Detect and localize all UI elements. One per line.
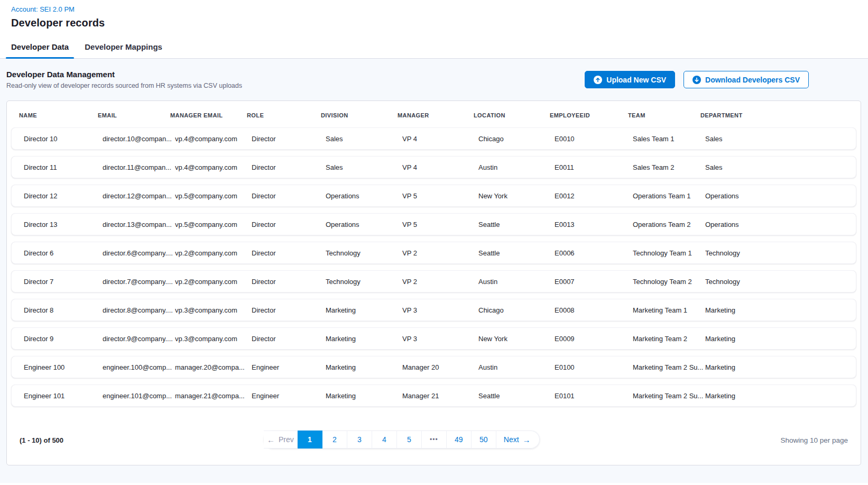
- cell-role: Director: [252, 335, 326, 343]
- column-header: ROLE: [247, 112, 321, 118]
- cell-manager-email: vp.2@company.com: [175, 249, 252, 257]
- pagination-button[interactable]: ← ••• →: [422, 431, 447, 449]
- cell-department: Marketing: [705, 335, 856, 343]
- cell-team: Marketing Team 2 Su...: [633, 363, 705, 371]
- header-buttons: Upload New CSV Download Developers CSV: [585, 71, 809, 88]
- pagination-button[interactable]: ← 49 →: [447, 431, 472, 449]
- download-developers-csv-button[interactable]: Download Developers CSV: [684, 71, 809, 88]
- cell-email: director.8@company....: [103, 306, 175, 314]
- pagination-button[interactable]: ← 4 →: [372, 431, 397, 449]
- pagination-button[interactable]: ← 50 →: [472, 431, 496, 449]
- pagination: ← Prev → ← 1 → ← 2 → ← 3 →: [264, 431, 540, 449]
- cell-location: Chicago: [478, 135, 555, 143]
- arrow-left-icon: ←: [267, 436, 275, 444]
- pagination-button-label: 49: [455, 435, 463, 444]
- table-row: Director 13 director.13@compan... vp.5@c…: [11, 213, 856, 235]
- pagination-button[interactable]: ← 2 →: [322, 431, 347, 449]
- arrow-right-icon: →: [523, 436, 531, 444]
- pagination-button-label: •••: [430, 436, 438, 443]
- cell-manager: VP 5: [402, 192, 478, 200]
- upload-button-label: Upload New CSV: [606, 76, 666, 84]
- section-header: Developer Data Management Read-only view…: [0, 70, 868, 89]
- cell-manager-email: vp.4@company.com: [175, 135, 252, 143]
- cell-email: director.12@compan...: [103, 192, 175, 200]
- column-header: EMPLOYEEID: [550, 112, 628, 118]
- cell-manager: VP 5: [402, 221, 478, 228]
- cell-location: New York: [478, 335, 555, 343]
- cell-name: Director 9: [24, 335, 103, 343]
- cell-employee-id: E0006: [555, 249, 633, 257]
- cell-employee-id: E0100: [555, 363, 633, 371]
- pagination-button[interactable]: ← 3 →: [347, 431, 372, 449]
- table-row: Director 11 director.11@compan... vp.4@c…: [11, 156, 856, 178]
- cell-manager: VP 3: [402, 306, 478, 314]
- cell-team: Marketing Team 2: [633, 335, 705, 343]
- cell-team: Marketing Team 1: [633, 306, 705, 314]
- pagination-button-label: Next: [504, 435, 519, 444]
- tab[interactable]: Developer Mappings: [79, 37, 168, 58]
- table-row: Engineer 101 engineer.101@comp... manage…: [11, 385, 856, 407]
- cell-location: Austin: [478, 163, 555, 171]
- section-header-text: Developer Data Management Read-only view…: [6, 70, 242, 89]
- cell-name: Director 6: [24, 249, 103, 257]
- table-footer: (1 - 10) of 500 ← Prev → ← 1 → ← 2 →: [7, 415, 861, 465]
- cell-email: director.7@company....: [103, 278, 175, 286]
- cell-employee-id: E0010: [555, 135, 633, 143]
- cell-role: Engineer: [252, 363, 326, 371]
- cell-department: Marketing: [705, 306, 856, 314]
- pagination-button-label: Prev: [279, 435, 294, 444]
- column-header: DEPARTMENT: [700, 112, 861, 118]
- content-section: Developer Data Management Read-only view…: [0, 59, 868, 483]
- cell-manager-email: vp.5@company.com: [175, 221, 252, 228]
- cell-team: Marketing Team 2 Su...: [633, 392, 705, 400]
- table-header-row: NAMEEMAILMANAGER EMAILROLEDIVISIONMANAGE…: [7, 101, 861, 126]
- account-breadcrumb-link[interactable]: Account: SEI 2.0 PM: [11, 5, 857, 13]
- download-button-label: Download Developers CSV: [705, 76, 800, 84]
- cell-manager: Manager 20: [402, 363, 478, 371]
- cell-employee-id: E0011: [555, 163, 633, 171]
- cell-employee-id: E0101: [555, 392, 633, 400]
- upload-new-csv-button[interactable]: Upload New CSV: [585, 71, 675, 88]
- pagination-button-label: 1: [308, 435, 312, 444]
- table-row: Engineer 100 engineer.100@comp... manage…: [11, 356, 856, 378]
- cell-department: Marketing: [705, 363, 856, 371]
- pagination-button[interactable]: ← Prev →: [264, 431, 298, 449]
- cell-manager: VP 4: [402, 135, 478, 143]
- cell-division: Sales: [326, 163, 402, 171]
- cell-manager-email: manager.20@compa...: [175, 363, 252, 371]
- cell-email: director.13@compan...: [103, 221, 175, 228]
- cell-division: Operations: [326, 221, 402, 228]
- cell-team: Sales Team 2: [633, 163, 705, 171]
- cell-email: engineer.101@comp...: [103, 392, 175, 400]
- pagination-button[interactable]: ← 1 →: [298, 431, 322, 449]
- cell-employee-id: E0009: [555, 335, 633, 343]
- cell-email: director.10@compan...: [103, 135, 175, 143]
- cell-location: Seattle: [478, 392, 555, 400]
- pagination-button-label: 50: [479, 435, 488, 444]
- column-header: TEAM: [628, 112, 700, 118]
- cell-manager-email: vp.2@company.com: [175, 278, 252, 286]
- cell-employee-id: E0007: [555, 278, 633, 286]
- column-header: MANAGER EMAIL: [170, 112, 247, 118]
- cell-location: New York: [478, 192, 555, 200]
- table-row: Director 12 director.12@compan... vp.5@c…: [11, 185, 856, 207]
- cell-department: Operations: [705, 192, 856, 200]
- cell-manager: VP 2: [402, 278, 478, 286]
- cell-location: Austin: [478, 363, 555, 371]
- record-range-text: (1 - 10) of 500: [20, 436, 63, 444]
- pagination-button[interactable]: ← Next →: [496, 431, 540, 449]
- table-row: Director 8 director.8@company.... vp.3@c…: [11, 299, 856, 321]
- tab[interactable]: Developer Data: [6, 37, 74, 58]
- cell-name: Engineer 100: [24, 363, 103, 371]
- cell-name: Director 10: [24, 135, 103, 143]
- cell-employee-id: E0013: [555, 221, 633, 228]
- pagination-button-label: 5: [407, 435, 411, 444]
- pagination-button[interactable]: ← 5 →: [397, 431, 422, 449]
- section-subtitle: Read-only view of developer records sour…: [6, 82, 242, 89]
- upload-icon: [594, 76, 602, 84]
- cell-team: Operations Team 2: [633, 221, 705, 228]
- cell-location: Seattle: [478, 249, 555, 257]
- cell-name: Director 12: [24, 192, 103, 200]
- cell-team: Sales Team 1: [633, 135, 705, 143]
- cell-division: Technology: [326, 278, 402, 286]
